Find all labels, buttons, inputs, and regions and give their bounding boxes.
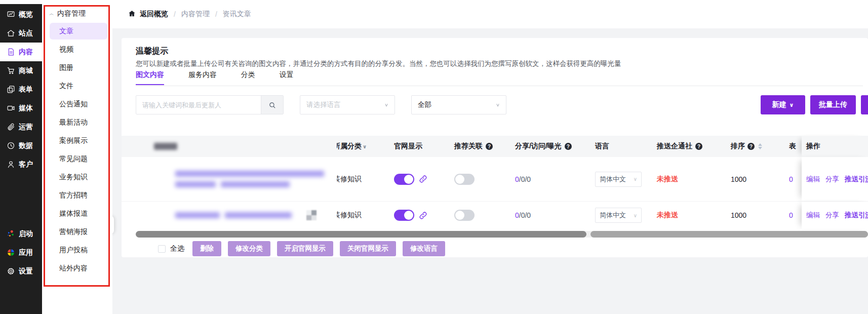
header-category[interactable]: 所属分类∨	[337, 142, 394, 151]
chevron-down-icon: ∨	[790, 102, 794, 108]
site-display-toggle[interactable]	[394, 210, 414, 221]
rail-item-customer[interactable]: 客户	[0, 155, 42, 174]
submenu-item-case-showcase[interactable]: 案例展示	[50, 132, 107, 149]
select-all-checkbox[interactable]	[158, 245, 166, 253]
clipped-edge-button[interactable]	[861, 95, 868, 114]
language-select[interactable]: 请选择语言 ∨	[300, 95, 395, 114]
new-button[interactable]: 新建 ∨	[761, 95, 805, 114]
rail-item-settings[interactable]: 设置	[0, 262, 42, 281]
horizontal-scrollbar-thumb[interactable]	[136, 231, 586, 238]
clipped-count-link[interactable]: 0	[789, 175, 793, 183]
breadcrumb-link-content-management[interactable]: 内容管理	[181, 10, 210, 19]
table-row: 装修知识 0/0/0 简体中文 ∨ 未推送	[122, 202, 868, 229]
site-display-toggle[interactable]	[394, 174, 414, 185]
bulk-upload-button[interactable]: 批量上传	[810, 95, 856, 114]
breadcrumb-link-news-articles[interactable]: 资讯文章	[223, 10, 251, 19]
search-button[interactable]	[261, 96, 283, 114]
change-language-button[interactable]: 修改语言	[403, 241, 445, 256]
chevron-down-icon: ∨	[363, 144, 367, 149]
clipped-count-link[interactable]: 0	[789, 211, 793, 219]
sort-value: 1000	[731, 175, 746, 183]
visit-exposure-counts: /0/0	[519, 211, 531, 219]
rail-item-site[interactable]: 站点	[0, 24, 42, 43]
chevron-down-icon: ∨	[634, 213, 637, 218]
content-card: 温馨提示 您可以新建或者批量上传公司有关咨询的图文内容，并通过分类的方式有目的的…	[122, 38, 868, 257]
submenu-item-videos[interactable]: 视频	[50, 41, 107, 58]
push-traffic-action[interactable]: 推送引流	[845, 175, 868, 184]
submenu-item-media-reports[interactable]: 媒体报道	[50, 205, 107, 222]
recommend-toggle[interactable]	[454, 210, 475, 221]
row-category: 装修知识	[337, 211, 362, 220]
header-title-redacted	[154, 143, 177, 150]
help-icon[interactable]: ?	[695, 143, 702, 150]
help-icon[interactable]: ?	[747, 143, 755, 150]
tab-settings[interactable]: 设置	[280, 70, 294, 84]
share-count-link[interactable]: 0	[515, 211, 519, 219]
chevron-down-icon: ∨	[496, 102, 500, 107]
submenu-item-files[interactable]: 文件	[50, 77, 107, 94]
enable-site-display-button[interactable]: 开启官网显示	[277, 241, 333, 256]
rail-item-label: 数据	[19, 141, 33, 150]
submenu-item-latest-activities[interactable]: 最新活动	[50, 114, 107, 131]
document-icon	[7, 48, 15, 56]
help-icon[interactable]: ?	[486, 143, 493, 150]
rail-item-label: 启动	[19, 229, 33, 239]
keyword-search-input[interactable]	[136, 96, 261, 114]
change-category-button[interactable]: 修改分类	[228, 241, 270, 256]
category-select[interactable]: 全部 ∨	[411, 95, 506, 114]
share-count-link[interactable]: 0	[515, 175, 519, 183]
breadcrumb-back-link[interactable]: 返回概览	[140, 10, 168, 19]
rail-item-overview[interactable]: 概览	[0, 5, 42, 24]
rail-item-label: 应用	[19, 248, 33, 257]
paperclip-icon	[7, 123, 15, 131]
rail-item-data[interactable]: 数据	[0, 136, 42, 155]
share-action[interactable]: 分享	[825, 175, 839, 184]
edit-action[interactable]: 编辑	[806, 211, 820, 220]
link-icon[interactable]	[419, 211, 427, 220]
row-language-select[interactable]: 简体中文 ∨	[595, 172, 642, 187]
row-title-redacted[interactable]	[154, 171, 324, 187]
tab-service-content[interactable]: 服务内容	[188, 70, 217, 84]
row-language-select[interactable]: 简体中文 ∨	[595, 208, 642, 223]
rail-item-mall[interactable]: 商城	[0, 61, 42, 80]
rail-item-launch[interactable]: 启动	[0, 224, 42, 243]
submenu-item-user-submissions[interactable]: 用户投稿	[50, 242, 107, 258]
horizontal-scrollbar-segment[interactable]	[590, 231, 868, 238]
submenu-item-official-recruitment[interactable]: 官方招聘	[50, 187, 107, 204]
search-icon	[268, 101, 276, 109]
sort-carets-icon[interactable]	[758, 143, 762, 149]
submenu-item-announcements[interactable]: 公告通知	[50, 96, 107, 112]
chevron-down-icon: ∨	[634, 176, 637, 182]
rail-item-media[interactable]: 媒体	[0, 99, 42, 117]
bulk-upload-button-label: 批量上传	[819, 100, 847, 109]
submenu-group-header[interactable]: ︿ 内容管理	[42, 0, 112, 21]
header-language: 语言	[595, 142, 657, 151]
submenu-item-external-content[interactable]: 站外内容	[50, 260, 107, 277]
help-icon[interactable]: ?	[565, 143, 572, 150]
recommend-toggle[interactable]	[454, 174, 475, 185]
rail-item-operation[interactable]: 运营	[0, 117, 42, 136]
disable-site-display-button[interactable]: 关闭官网显示	[340, 241, 396, 256]
push-traffic-action[interactable]: 推送引流	[845, 211, 868, 220]
submenu-item-marketing-posters[interactable]: 营销海报	[50, 223, 107, 240]
rail-item-label: 客户	[19, 160, 33, 169]
tips-title: 温馨提示	[136, 46, 168, 57]
header-sort[interactable]: 排序?	[731, 142, 789, 151]
submenu-item-business-knowledge[interactable]: 业务知识	[50, 169, 107, 185]
link-icon[interactable]	[419, 175, 427, 183]
rail-item-content[interactable]: 内容	[0, 43, 42, 61]
tab-image-text-content[interactable]: 图文内容	[136, 70, 164, 85]
submenu-item-articles[interactable]: 文章	[50, 23, 107, 40]
clock-icon	[7, 141, 15, 150]
submenu-item-faq[interactable]: 常见问题	[50, 150, 107, 167]
share-action[interactable]: 分享	[825, 211, 839, 220]
tab-categories[interactable]: 分类	[241, 70, 255, 84]
horizontal-scrollbar-track[interactable]	[136, 231, 868, 238]
rail-item-form[interactable]: 表单	[0, 80, 42, 99]
table-row: 装修知识 0/0/0 简体中文 ∨ 未推送	[122, 157, 868, 202]
submenu-item-albums[interactable]: 图册	[50, 59, 107, 76]
rail-item-apps[interactable]: 应用	[0, 243, 42, 262]
delete-button[interactable]: 删除	[192, 241, 221, 256]
edit-action[interactable]: 编辑	[806, 175, 820, 184]
row-title-redacted[interactable]	[154, 212, 292, 218]
